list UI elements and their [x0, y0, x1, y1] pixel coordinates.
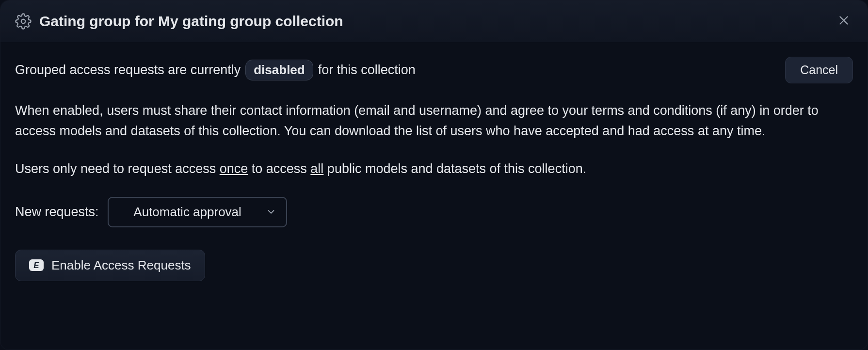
- enable-keyboard-badge-icon: E: [29, 259, 44, 271]
- approval-select[interactable]: Automatic approval: [108, 197, 287, 227]
- status-prefix: Grouped access requests are currently: [15, 63, 241, 78]
- p2-all: all: [310, 161, 323, 176]
- description-paragraph-1: When enabled, users must share their con…: [15, 101, 853, 142]
- gating-group-modal: Gating group for My gating group collect…: [0, 0, 868, 350]
- modal-title: Gating group for My gating group collect…: [39, 13, 343, 30]
- modal-body: Grouped access requests are currently di…: [0, 42, 868, 296]
- new-requests-row: New requests: Automatic approval: [15, 197, 853, 227]
- close-button[interactable]: [835, 11, 853, 31]
- actions-row: E Enable Access Requests: [15, 250, 853, 281]
- gating-group-icon: [15, 13, 32, 30]
- svg-point-0: [21, 19, 26, 23]
- p2-mid: to access: [248, 161, 310, 176]
- enable-button-label: Enable Access Requests: [51, 258, 191, 273]
- p2-pre: Users only need to request access: [15, 161, 220, 176]
- modal-header: Gating group for My gating group collect…: [0, 0, 868, 42]
- p2-once: once: [220, 161, 248, 176]
- status-suffix: for this collection: [318, 63, 416, 78]
- approval-select-wrap: Automatic approval: [108, 197, 287, 227]
- new-requests-label: New requests:: [15, 205, 99, 220]
- cancel-button[interactable]: Cancel: [785, 57, 853, 83]
- close-icon: [837, 14, 850, 28]
- p2-post: public models and datasets of this colle…: [323, 161, 586, 176]
- enable-access-requests-button[interactable]: E Enable Access Requests: [15, 250, 205, 281]
- status-text: Grouped access requests are currently di…: [15, 60, 416, 80]
- status-row: Grouped access requests are currently di…: [15, 57, 853, 83]
- description-paragraph-2: Users only need to request access once t…: [15, 159, 853, 179]
- status-pill: disabled: [245, 60, 313, 80]
- header-left: Gating group for My gating group collect…: [15, 13, 343, 30]
